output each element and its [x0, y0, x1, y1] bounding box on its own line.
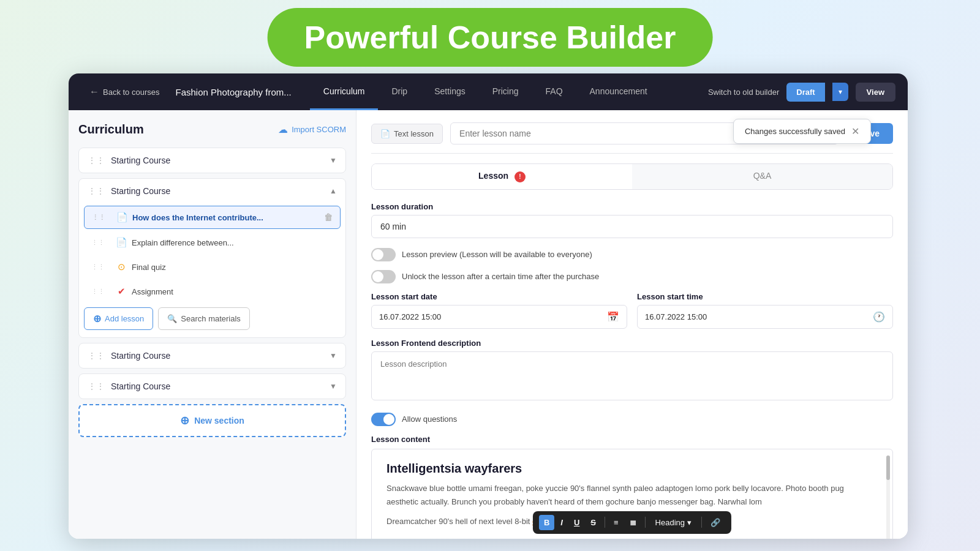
lesson-name-2: Explain difference between... — [132, 238, 333, 247]
lesson-item-2[interactable]: ⋮⋮ 📄 Explain difference between... — [84, 231, 341, 253]
editor-scrollbar-thumb[interactable] — [886, 455, 890, 480]
tab-lesson[interactable]: Lesson ! — [372, 164, 632, 189]
strikethrough-button[interactable]: S — [586, 515, 601, 530]
lesson-type-badge: 📄 Text lesson — [371, 124, 443, 144]
lesson-item-4[interactable]: ⋮⋮ ✔ Assignment — [84, 280, 341, 302]
drag-handle-3[interactable]: ⋮⋮ — [88, 351, 105, 361]
section-name-3: Starting Course — [111, 351, 330, 361]
curriculum-title: Curriculum — [78, 122, 144, 137]
start-time-input-wrap: 16.07.2022 15:00 🕐 — [637, 305, 893, 329]
drag-handle-lesson-1[interactable]: ⋮⋮ — [92, 214, 105, 222]
plus-icon: ⊕ — [180, 414, 189, 427]
drag-handle-lesson-2[interactable]: ⋮⋮ — [91, 239, 105, 247]
section-header-1[interactable]: ⋮⋮ Starting Course ▼ — [79, 148, 345, 173]
datetime-row: Lesson start date 16.07.2022 15:00 📅 Les… — [371, 292, 893, 329]
success-toast: Changes successfully saved ✕ — [733, 119, 871, 144]
lesson-name-3: Final quiz — [132, 263, 333, 272]
quiz-icon: ⊙ — [116, 261, 127, 272]
delete-lesson-icon-1[interactable]: 🗑 — [324, 212, 333, 222]
bullet-list-button[interactable]: ≡ — [609, 515, 624, 530]
lesson-content-editor[interactable]: Intelligentsia wayfarers Snackwave blue … — [371, 449, 893, 539]
section-name-4: Starting Course — [111, 381, 330, 391]
course-title: Fashion Photography from... — [168, 87, 310, 97]
drag-handle-lesson-4[interactable]: ⋮⋮ — [91, 288, 105, 296]
tab-drip[interactable]: Drip — [378, 73, 421, 110]
switch-old-builder-button[interactable]: Switch to old builder — [708, 88, 779, 97]
view-button[interactable]: View — [856, 83, 895, 102]
tab-settings[interactable]: Settings — [421, 73, 479, 110]
add-icon: ⊕ — [93, 313, 101, 324]
top-nav: ← Back to courses Fashion Photography fr… — [69, 73, 908, 110]
chevron-down-icon-4: ▼ — [330, 382, 337, 391]
search-materials-button[interactable]: 🔍 Search materials — [158, 307, 250, 330]
toggle-preview-row: Lesson preview (Lesson will be available… — [371, 248, 893, 261]
section-header-2[interactable]: ⋮⋮ Starting Course ▲ — [79, 179, 345, 203]
drag-handle-4[interactable]: ⋮⋮ — [88, 381, 105, 391]
tab-announcement[interactable]: Announcement — [576, 73, 661, 110]
allow-questions-toggle[interactable] — [371, 413, 396, 426]
import-scorm-button[interactable]: ☁ Import SCORM — [278, 124, 346, 135]
editor-heading: Intelligentsia wayfarers — [386, 462, 878, 476]
drag-handle-2[interactable]: ⋮⋮ — [88, 186, 105, 196]
numbered-list-button[interactable]: ≣ — [625, 515, 641, 530]
italic-button[interactable]: I — [556, 515, 568, 530]
bold-button[interactable]: B — [539, 515, 554, 530]
clock-icon[interactable]: 🕐 — [873, 311, 885, 323]
toolbar-separator-3 — [701, 517, 702, 528]
draft-button[interactable]: Draft — [786, 83, 824, 102]
heading-chevron-icon: ▾ — [687, 518, 692, 527]
heading-dropdown-button[interactable]: Heading ▾ — [649, 515, 698, 530]
tab-qa[interactable]: Q&A — [632, 164, 892, 189]
draft-dropdown-button[interactable]: ▾ — [832, 83, 848, 101]
lesson-actions: ⊕ Add lesson 🔍 Search materials — [84, 305, 341, 332]
toolbar-separator-2 — [645, 517, 646, 528]
start-date-label: Lesson start date — [371, 292, 627, 301]
new-section-label: New section — [194, 416, 244, 425]
lesson-unlock-toggle[interactable] — [371, 270, 396, 283]
lesson-name-4: Assignment — [132, 287, 333, 296]
section-name-1: Starting Course — [111, 156, 330, 165]
text-lesson-icon-2: 📄 — [116, 237, 127, 248]
toggle-unlock-row: Unlock the lesson after a certain time a… — [371, 270, 893, 283]
text-lesson-icon-1: 📄 — [116, 212, 127, 223]
hero-title: Powerful Course Builder — [304, 20, 676, 55]
toast-close-button[interactable]: ✕ — [851, 126, 859, 137]
chevron-down-icon-3: ▼ — [330, 351, 337, 360]
import-icon: ☁ — [278, 124, 288, 135]
app-window: ← Back to courses Fashion Photography fr… — [69, 73, 908, 539]
start-date-value: 16.07.2022 15:00 — [379, 312, 602, 321]
tab-curriculum[interactable]: Curriculum — [310, 73, 379, 110]
underline-button[interactable]: U — [569, 515, 584, 530]
search-materials-label: Search materials — [181, 314, 241, 323]
description-textarea[interactable] — [371, 351, 893, 400]
tab-pricing[interactable]: Pricing — [479, 73, 532, 110]
section-header-3[interactable]: ⋮⋮ Starting Course ▼ — [79, 343, 345, 368]
tab-faq[interactable]: FAQ — [532, 73, 576, 110]
start-time-value: 16.07.2022 15:00 — [645, 312, 868, 321]
add-lesson-button[interactable]: ⊕ Add lesson — [84, 307, 153, 330]
sidebar: Curriculum ☁ Import SCORM ⋮⋮ Starting Co… — [69, 110, 356, 539]
add-lesson-label: Add lesson — [105, 314, 144, 323]
toast-text: Changes successfully saved — [745, 127, 845, 136]
duration-input[interactable] — [371, 215, 893, 238]
main-content: Curriculum ☁ Import SCORM ⋮⋮ Starting Co… — [69, 110, 908, 539]
start-date-input-wrap: 16.07.2022 15:00 📅 — [371, 305, 627, 329]
lesson-preview-toggle[interactable] — [371, 248, 396, 261]
calendar-icon[interactable]: 📅 — [607, 311, 619, 323]
new-section-button[interactable]: ⊕ New section — [78, 404, 346, 437]
start-time-field: Lesson start time 16.07.2022 15:00 🕐 — [637, 292, 893, 329]
chevron-down-icon-1: ▼ — [330, 156, 337, 165]
editor-scrollbar-track — [886, 455, 890, 539]
lesson-item-3[interactable]: ⋮⋮ ⊙ Final quiz — [84, 256, 341, 278]
lesson-item-1[interactable]: ⋮⋮ 📄 How does the Internet contribute...… — [84, 206, 341, 229]
back-to-courses-button[interactable]: ← Back to courses — [81, 83, 168, 101]
right-panel: Changes successfully saved ✕ 📄 Text less… — [356, 110, 908, 539]
duration-label: Lesson duration — [371, 202, 893, 211]
drag-handle-1[interactable]: ⋮⋮ — [88, 156, 105, 165]
section-header-4[interactable]: ⋮⋮ Starting Course ▼ — [79, 374, 345, 399]
section-item-1: ⋮⋮ Starting Course ▼ — [78, 148, 346, 173]
toggle-unlock-label: Unlock the lesson after a certain time a… — [402, 272, 599, 281]
link-button[interactable]: 🔗 — [706, 515, 725, 530]
tab-qa-label: Q&A — [753, 171, 772, 181]
drag-handle-lesson-3[interactable]: ⋮⋮ — [91, 263, 105, 271]
